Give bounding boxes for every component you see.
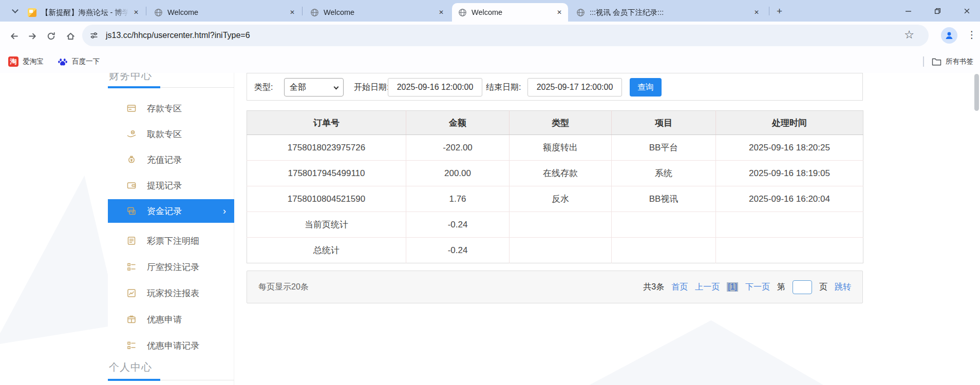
browser-menu-button[interactable]: ⋮ [967,29,977,41]
bookmarks-divider [923,56,924,67]
sidebar-item-withdraw-records[interactable]: 提现记录 [108,172,234,198]
pagination-controls: 共3条 首页 上一页 [1] 下一页 第 页 跳转 [643,280,851,294]
tab-close-icon[interactable]: ✕ [555,8,564,17]
close-icon [964,8,970,14]
table-header-row: 订单号 金额 类型 项目 处理时间 [247,111,863,135]
bookmark-baidu[interactable]: 百度一下 [58,55,100,68]
tab-search-button[interactable] [7,4,23,18]
tab-video-records[interactable]: :::视讯 会员下注纪录::: ✕ [570,3,765,22]
all-bookmarks-button[interactable]: 所有书签 [932,55,973,68]
col-time: 处理时间 [716,111,863,135]
first-page-link[interactable]: 首页 [671,282,688,293]
search-button[interactable]: 查询 [630,78,662,97]
tab-forum[interactable]: 【新提醒】海燕论坛 - 博学交流 ✕ [22,3,145,22]
tab-separator [302,7,303,15]
decor-triangle-left [0,176,120,345]
tab-separator [146,7,146,15]
sidebar-item-funds-records[interactable]: 资金记录 › [108,199,234,223]
table-row: 1758010804521590 1.76 反水 BB视讯 2025-09-16… [247,186,863,212]
end-date-label: 结束日期: [486,82,521,93]
url-text[interactable]: js13.cc/hhcp/usercenter.html?iniType=6 [106,31,250,40]
taobao-icon: 淘 [8,56,18,67]
per-page-label: 每页显示20条 [258,282,309,293]
player-report-chart-icon [126,288,137,298]
tab-title: Welcome [167,8,285,16]
browser-window: 【新提醒】海燕论坛 - 博学交流 ✕ Welcome ✕ Welcome ✕ W… [0,0,980,385]
tab-close-icon[interactable]: ✕ [437,8,446,17]
page-content: 财务中心 存款专区 取款专区 充值记录 提现记录 资金记录 [0,73,980,385]
sidebar-item-label: 优惠申请记录 [147,340,199,352]
cell-amount: -0.24 [406,238,510,263]
sidebar-item-label: 取款专区 [147,128,182,140]
forward-button[interactable] [24,27,41,45]
globe-favicon [154,8,163,17]
tab-welcome-2[interactable]: Welcome ✕ [304,3,450,22]
site-settings-tune-icon[interactable] [89,31,99,40]
type-select-value: 全部 [290,82,306,93]
next-page-link[interactable]: 下一页 [745,282,770,293]
sidebar-item-hall-bet-records[interactable]: 厅室投注记录 [108,254,234,280]
bookmark-label: 爱淘宝 [23,57,44,66]
end-date-input[interactable] [527,78,622,97]
sidebar-item-label: 充值记录 [147,154,182,166]
start-date-input[interactable] [388,78,482,97]
tab-close-icon[interactable]: ✕ [131,8,141,17]
sidebar-item-withdraw[interactable]: 取款专区 [108,121,234,147]
reload-button[interactable] [42,27,60,45]
jump-link[interactable]: 跳转 [835,282,851,293]
tab-title: Welcome [324,8,434,16]
address-bar[interactable]: js13.cc/hhcp/usercenter.html?iniType=6 ☆ [82,25,929,46]
lottery-detail-icon [126,236,137,246]
sidebar-item-player-report[interactable]: 玩家投注报表 [108,280,234,306]
bookmark-star-icon[interactable]: ☆ [904,29,914,41]
window-restore-button[interactable] [929,4,946,17]
chevron-right-icon: › [223,206,226,217]
tab-title: Welcome [472,8,552,16]
tab-close-icon[interactable]: ✕ [752,8,761,17]
sidebar-item-label: 优惠申请 [147,314,182,325]
minimize-icon [905,8,912,14]
bookmark-taobao[interactable]: 淘 爱淘宝 [8,55,44,68]
table-row-page-total: 当前页统计 -0.24 [247,212,863,238]
prev-page-link[interactable]: 上一页 [695,282,720,293]
pagination-bar: 每页显示20条 共3条 首页 上一页 [1] 下一页 第 页 跳转 [247,271,863,303]
window-close-button[interactable] [958,4,975,17]
page-prefix-label: 第 [777,282,785,293]
home-icon [66,31,76,41]
tab-welcome-active[interactable]: Welcome ✕ [452,3,568,22]
cell-item: BB视讯 [612,186,716,212]
reload-icon [46,31,56,41]
sidebar-item-promo-apply[interactable]: 优惠申请 [108,306,234,332]
sidebar-item-deposit[interactable]: 存款专区 [108,95,234,121]
start-date-label: 开始日期: [354,82,389,93]
new-tab-button[interactable]: + [772,4,786,18]
window-minimize-button[interactable] [899,4,917,17]
cell-amount: 1.76 [406,186,510,212]
profile-avatar[interactable] [941,27,957,44]
sidebar-section-personal: 个人中心 [109,360,152,374]
wallet-icon [126,180,137,190]
tab-close-icon[interactable]: ✕ [288,8,297,17]
person-icon [944,30,954,41]
tab-title: 【新提醒】海燕论坛 - 博学交流 [41,8,128,17]
sidebar-item-recharge-records[interactable]: 充值记录 [108,147,234,172]
sidebar-item-lottery-details[interactable]: 彩票下注明细 [108,228,234,254]
total-count-label: 共3条 [643,282,664,293]
type-label: 类型: [254,82,273,93]
sidebar-item-promo-records[interactable]: 优惠申请记录 [108,333,234,358]
col-item: 项目 [612,111,716,135]
page-scrollbar-thumb[interactable] [974,74,979,111]
cell-amount: -202.00 [406,135,510,161]
home-button[interactable] [62,27,79,45]
section-accent-bar [108,379,160,381]
page-jump-input[interactable] [793,280,812,294]
type-select[interactable]: 全部 [284,78,344,97]
tab-welcome-1[interactable]: Welcome ✕ [148,3,301,22]
globe-favicon [458,8,467,17]
promo-apply-gift-icon [126,314,137,324]
browser-toolbar: js13.cc/hhcp/usercenter.html?iniType=6 ☆… [0,22,980,50]
col-type: 类型 [510,111,612,135]
globe-favicon [576,8,585,17]
back-button[interactable] [5,27,23,45]
sidebar-item-label: 存款专区 [147,103,182,114]
